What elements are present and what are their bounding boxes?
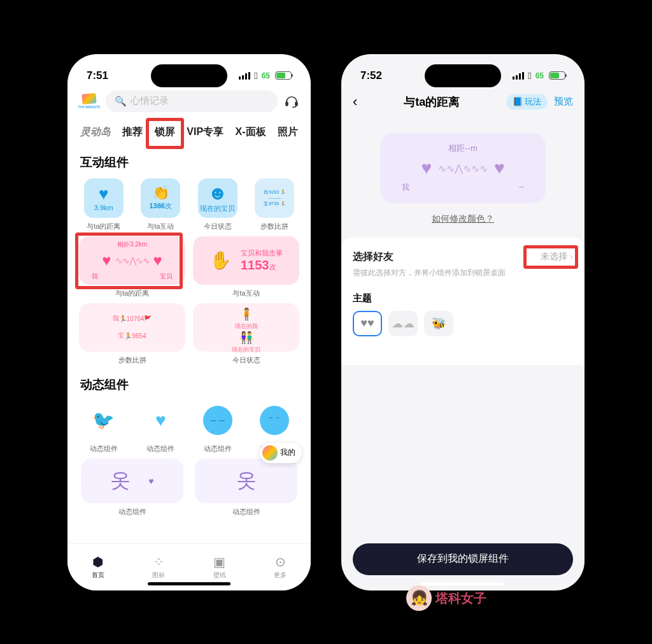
widget-preview: 相距--m ♥ ∿∿⋀∿∿∿ ♥ 我-- [380,133,546,203]
status-time: 7:52 [360,69,382,82]
heart-small-icon: ♥ [148,476,153,486]
tab-lock-screen[interactable]: 锁屏 [150,122,180,143]
battery-icon [549,71,565,80]
select-friend-row[interactable]: 选择好友 未选择 › [353,250,573,264]
image-icon: ▣ [213,554,225,569]
widget-clap-wide[interactable]: ✋ 宝贝和我击掌1153次 与ta互动 [189,231,303,298]
notch [425,64,501,87]
notch [151,64,227,87]
widget-steps[interactable]: 我 9283 🏃---------宝 8736 🏃 步数比拼 [246,178,304,231]
theme-option-hearts[interactable]: ♥♥ [353,311,382,336]
back-button[interactable]: ‹ [353,94,357,110]
heart-right-icon: ♥ [153,252,162,269]
phone-left: 7:51 􀙇 65 TOP WIDGETS 🔍 心情记录 灵动岛 [59,45,320,599]
app-logo[interactable]: TOP WIDGETS [78,90,101,113]
signal-icon [239,72,250,80]
widget-grid-wide2: 我🏃10764🚩 宝🏃9654 步数比拼 🧍现在的我 👫现在的宝贝 今日状态 [67,298,311,365]
widget-today-status[interactable]: ☻现在的宝贝 今日状态 [189,178,246,231]
home-indicator[interactable] [422,582,504,585]
clap-icon: 👏 [152,185,169,201]
grid-icon: ⁘ [153,554,164,569]
chevron-right-icon: › [570,252,573,262]
page-title: 与ta的距离 [357,94,506,110]
heart-right-icon: ♥ [494,158,505,178]
theme-option-clouds[interactable]: ☁☁ [388,311,418,336]
smile-icon: ☻ [208,182,228,204]
widget-status-wide[interactable]: 🧍现在的我 👫现在的宝贝 今日状态 [189,298,303,365]
theme-label: 主题 [353,292,573,304]
float-logo-icon [262,445,278,461]
hearts-theme-icon: ♥♥ [360,317,374,330]
detail-header: ‹ 与ta的距离 📘玩法 预览 [341,86,585,118]
runner-icon: 🏃 [119,315,127,322]
friend-hint: 需彼此选择对方，并将小组件添加到锁屏桌面 [353,268,573,278]
distance-top: 相距3.2km [117,240,147,249]
battery-icon [275,71,292,80]
dyn-widget-1[interactable]: 🐦动态组件 [75,401,132,454]
section-interactive: 互动组件 [67,143,311,178]
preview-link[interactable]: 预览 [554,96,573,108]
wifi-icon: 􀙇 [528,70,531,81]
color-help-link[interactable]: 如何修改颜色？ [341,213,585,225]
play-badge[interactable]: 📘玩法 [506,94,548,110]
settings-panel: 选择好友 未选择 › 需彼此选择对方，并将小组件添加到锁屏桌面 主题 ♥♥ ☁☁… [341,238,585,365]
save-button[interactable]: 保存到我的锁屏组件 [353,543,573,575]
support-icon[interactable] [283,92,301,110]
dance-figure-icon: 옷 [236,467,257,495]
clap-big-icon: ✋ [209,250,232,271]
signal-icon [513,72,524,80]
tab-photo[interactable]: 照片 [273,122,303,143]
section-dynamic: 动态组件 [67,365,311,401]
wifi-icon: 􀙇 [254,70,257,81]
float-my-button[interactable]: 我的 [260,443,302,463]
dyn-widget-2[interactable]: ♥动态组件 [132,401,190,454]
battery-percent: 65 [535,71,544,80]
widget-grid-row1: ♥3.9km 与ta的距离 👏1386次 与ta互动 ☻现在的宝贝 今日状态 我… [67,178,311,231]
widget-distance[interactable]: ♥3.9km 与ta的距离 [75,178,132,231]
home-icon: ⬢ [92,554,103,569]
dyn-wide-1[interactable]: 옷♥动态组件 [75,459,189,517]
search-placeholder: 心情记录 [131,95,169,107]
screen-right: 7:52 􀙇 65 ‹ 与ta的距离 📘玩法 预览 相距--m ♥ ∿∿⋀∿∿∿… [341,54,585,590]
home-indicator[interactable] [148,582,230,585]
top-row: TOP WIDGETS 🔍 心情记录 [67,86,311,119]
couple-icon: 👫 [239,331,253,345]
widget-grid-wide1: 相距3.2km ♥ ∿∿⋀∿∿ ♥ 我宝贝 与ta的距离 ✋ 宝贝和我击掌115… [67,231,311,298]
tab-vip[interactable]: VIP专享 [181,122,229,143]
watermark-avatar-icon: 👧 [406,585,432,611]
more-icon: ⊙ [275,554,286,569]
dyn-widget-3[interactable]: – –动态组件 [189,401,246,454]
pulse-icon: ∿∿⋀∿∿∿ [438,162,488,175]
status-time: 7:51 [87,69,108,82]
pixel-heart-icon: ♥ [155,410,166,431]
battery-percent: 65 [262,71,270,80]
theme-section: 主题 ♥♥ ☁☁ 🐝 [353,292,573,336]
search-icon: 🔍 [115,96,127,107]
runner-icon: 🏃 [124,333,132,340]
tab-dynamic-island[interactable]: 灵动岛 [75,122,116,143]
tab-x-panel[interactable]: X-面板 [230,122,271,143]
pulse-icon: ∿∿⋀∿∿ [115,255,150,266]
logo-icon [82,93,96,104]
search-input[interactable]: 🔍 心情记录 [106,90,278,112]
watermark: 👧 塔科女子 [406,585,486,611]
clouds-theme-icon: ☁☁ [392,317,415,331]
status-right: 􀙇 65 [513,70,565,81]
widget-distance-wide[interactable]: 相距3.2km ♥ ∿∿⋀∿∿ ♥ 我宝贝 与ta的距离 [75,231,189,298]
doc-icon: 📘 [513,97,523,106]
nav-more[interactable]: ⊙更多 [250,544,311,590]
person-icon: 🧍 [239,307,253,321]
svg-rect-1 [295,102,297,106]
phone-right: 7:52 􀙇 65 ‹ 与ta的距离 📘玩法 预览 相距--m ♥ ∿∿⋀∿∿∿… [332,45,593,599]
nav-home[interactable]: ⬢首页 [67,544,129,590]
theme-option-bees[interactable]: 🐝 [424,311,453,336]
widget-steps-wide[interactable]: 我🏃10764🚩 宝🏃9654 步数比拼 [75,298,189,365]
heart-left-icon: ♥ [421,158,432,178]
tab-recommend[interactable]: 推荐 [117,122,148,143]
dyn-wide-2[interactable]: 옷动态组件 [189,459,303,517]
screen-left: 7:51 􀙇 65 TOP WIDGETS 🔍 心情记录 灵动岛 [67,54,311,590]
widget-interact[interactable]: 👏1386次 与ta互动 [132,178,190,231]
status-right: 􀙇 65 [239,70,292,81]
face-icon: – – [203,406,232,435]
heart-left-icon: ♥ [102,252,111,269]
